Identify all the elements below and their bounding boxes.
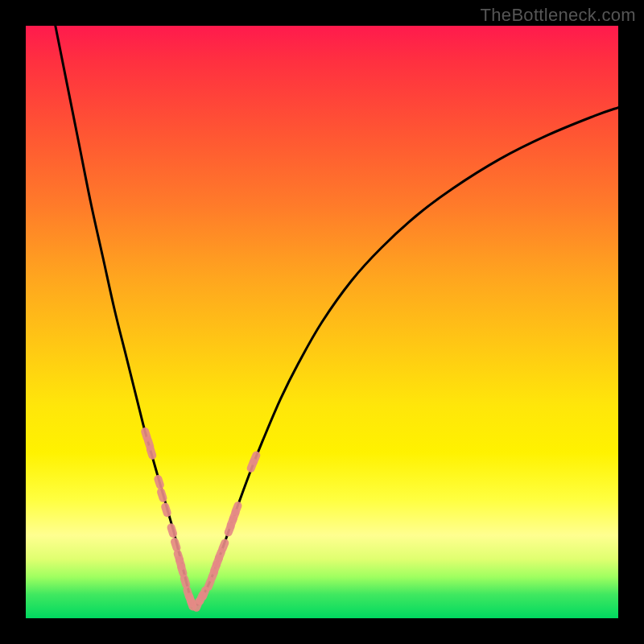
data-marker	[166, 522, 178, 539]
watermark-text: TheBottleneck.com	[481, 5, 636, 26]
right-curve	[197, 108, 618, 605]
chart-frame: TheBottleneck.com	[0, 0, 644, 644]
svg-rect-6	[166, 522, 178, 539]
data-marker	[156, 487, 168, 503]
left-curve	[56, 26, 192, 605]
data-marker	[153, 474, 165, 490]
marker-layer	[140, 427, 262, 613]
curve-layer	[56, 26, 618, 605]
svg-rect-4	[156, 487, 168, 503]
chart-svg	[26, 26, 618, 618]
svg-rect-5	[160, 502, 172, 518]
data-marker	[160, 502, 172, 518]
svg-rect-3	[153, 474, 165, 490]
